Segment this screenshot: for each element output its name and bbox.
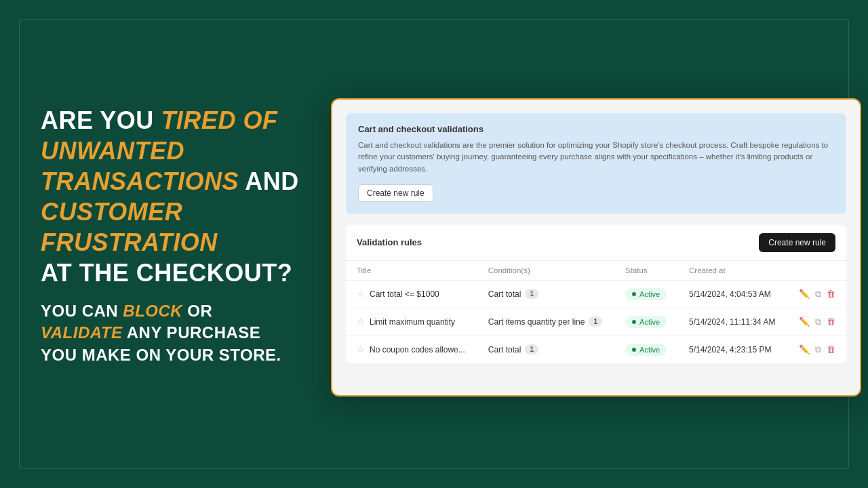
table-row: ☆ No coupon codes allowe... Cart total 1… xyxy=(346,336,846,363)
tired-of-text: TIRED OF xyxy=(161,106,277,134)
edit-icon-0[interactable]: ✏️ xyxy=(799,289,810,299)
unwanted-text: UNWANTED xyxy=(41,137,184,165)
info-card-description: Cart and checkout validations are the pr… xyxy=(358,140,834,175)
and-text: AND xyxy=(239,167,299,195)
status-label-2: Active xyxy=(639,346,660,354)
cell-status-2: Active xyxy=(614,336,678,363)
status-dot-1 xyxy=(632,320,636,324)
subline-text: YOU CAN BLOCK OR VALIDATE ANY PURCHASE Y… xyxy=(41,300,319,366)
left-panel: ARE YOU TIRED OF UNWANTED TRANSACTIONS A… xyxy=(41,105,319,366)
condition-count-2: 1 xyxy=(525,344,538,354)
rules-section-title: Validation rules xyxy=(357,237,422,247)
at-checkout-text: AT THE CHECKOUT? xyxy=(41,259,292,287)
col-created-at: Created at xyxy=(678,261,787,281)
cell-title-0: ☆ Cart total <= $1000 xyxy=(346,280,477,308)
create-rule-button-top[interactable]: Create new rule xyxy=(358,184,433,202)
cell-actions-1: ✏️ ⧉ 🗑 xyxy=(787,308,846,336)
you-can-text: YOU CAN xyxy=(41,302,123,320)
status-badge-2: Active xyxy=(625,344,667,356)
cell-created-1: 5/14/2024, 11:11:34 AM xyxy=(678,308,787,336)
any-purchase-text: ANY PURCHASE xyxy=(122,323,260,342)
transactions-text: TRANSACTIONS xyxy=(41,167,239,195)
cell-actions-0: ✏️ ⧉ 🗑 xyxy=(787,280,846,308)
star-icon-0[interactable]: ☆ xyxy=(357,289,365,299)
info-card: Cart and checkout validations Cart and c… xyxy=(346,113,846,214)
cell-condition-2: Cart total 1 xyxy=(477,336,614,363)
duplicate-icon-2[interactable]: ⧉ xyxy=(815,344,821,355)
star-icon-2[interactable]: ☆ xyxy=(357,344,365,354)
delete-icon-0[interactable]: 🗑 xyxy=(827,289,835,299)
info-card-title: Cart and checkout validations xyxy=(358,124,834,134)
status-badge-1: Active xyxy=(625,316,667,328)
condition-count-1: 1 xyxy=(589,317,602,327)
rule-title-1: Limit maximum quantity xyxy=(370,317,455,327)
or-text: OR xyxy=(182,302,212,320)
status-dot-2 xyxy=(632,348,636,352)
table-row: ☆ Cart total <= $1000 Cart total 1 Activ… xyxy=(346,280,846,308)
rule-title-2: No coupon codes allowe... xyxy=(370,345,465,354)
edit-icon-1[interactable]: ✏️ xyxy=(799,317,810,327)
cell-condition-1: Cart items quantity per line 1 xyxy=(477,308,614,336)
validate-text: VALIDATE xyxy=(41,323,122,342)
star-icon-1[interactable]: ☆ xyxy=(357,317,365,327)
condition-label-0: Cart total xyxy=(488,289,521,299)
block-text: BLOCK xyxy=(123,302,182,320)
condition-label-2: Cart total xyxy=(488,345,521,354)
customer-frustration-text: CUSTOMER FRUSTRATION xyxy=(41,198,218,256)
create-new-rule-button[interactable]: Create new rule xyxy=(759,233,835,252)
rules-table: Title Condition(s) Status Created at ☆ C… xyxy=(346,261,846,363)
cell-condition-0: Cart total 1 xyxy=(477,280,614,308)
col-status: Status xyxy=(614,261,678,281)
delete-icon-1[interactable]: 🗑 xyxy=(827,317,835,327)
duplicate-icon-0[interactable]: ⧉ xyxy=(815,289,821,300)
cell-status-1: Active xyxy=(614,308,678,336)
delete-icon-2[interactable]: 🗑 xyxy=(827,344,835,354)
headline-text: ARE YOU TIRED OF UNWANTED TRANSACTIONS A… xyxy=(41,105,319,288)
rules-header: Validation rules Create new rule xyxy=(346,225,846,261)
validation-rules-section: Validation rules Create new rule Title C… xyxy=(346,225,846,363)
table-header-row: Title Condition(s) Status Created at xyxy=(346,261,846,281)
cell-created-2: 5/14/2024, 4:23:15 PM xyxy=(678,336,787,363)
col-conditions: Condition(s) xyxy=(477,261,614,281)
table-row: ☆ Limit maximum quantity Cart items quan… xyxy=(346,308,846,336)
condition-label-1: Cart items quantity per line xyxy=(488,317,585,327)
app-ui-panel: Cart and checkout validations Cart and c… xyxy=(331,98,861,396)
cell-actions-2: ✏️ ⧉ 🗑 xyxy=(787,336,846,363)
condition-count-0: 1 xyxy=(525,289,538,299)
rule-title-0: Cart total <= $1000 xyxy=(370,289,439,299)
cell-status-0: Active xyxy=(614,280,678,308)
cell-title-2: ☆ No coupon codes allowe... xyxy=(346,336,477,363)
cell-title-1: ☆ Limit maximum quantity xyxy=(346,308,477,336)
status-dot-0 xyxy=(632,292,636,296)
status-label-0: Active xyxy=(639,290,660,298)
status-label-1: Active xyxy=(639,318,660,326)
col-title: Title xyxy=(346,261,477,281)
you-make-text: YOU MAKE ON YOUR STORE. xyxy=(41,346,281,364)
cell-created-0: 5/14/2024, 4:04:53 AM xyxy=(678,280,787,308)
duplicate-icon-1[interactable]: ⧉ xyxy=(815,317,821,327)
are-you-text: ARE YOU xyxy=(41,106,161,134)
edit-icon-2[interactable]: ✏️ xyxy=(799,344,810,354)
status-badge-0: Active xyxy=(625,288,667,300)
col-actions xyxy=(787,261,846,281)
